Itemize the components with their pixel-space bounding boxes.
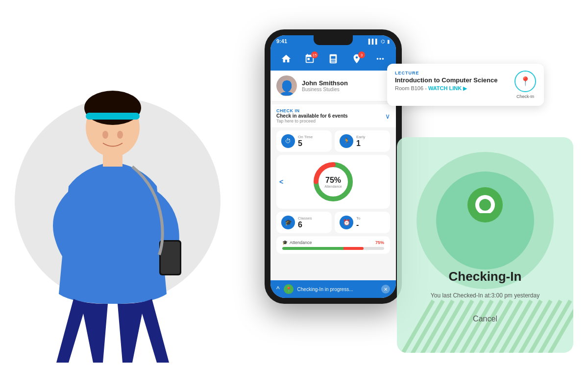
- watch-icon: ▶: [463, 85, 467, 91]
- checkin-pin-icon: 📍: [514, 71, 536, 92]
- nav-bar: 15 3: [270, 47, 396, 71]
- battery-icon: ▮: [387, 39, 390, 44]
- nav-calendar[interactable]: 15: [304, 53, 315, 64]
- checking-in-panel: Checking-In You last Checked-In at:3:00 …: [397, 137, 573, 353]
- to-label: To: [356, 216, 360, 220]
- phone-screen: 9:41 ▌▌▌ ⌬ ▮ 15: [270, 35, 396, 298]
- person-image: [0, 49, 270, 392]
- run-icon: 🏃: [340, 134, 353, 148]
- progress-percentage: 75%: [375, 240, 384, 245]
- phone-frame: 9:41 ▌▌▌ ⌬ ▮ 15: [265, 29, 402, 304]
- nav-home[interactable]: [281, 53, 292, 64]
- chart-prev-icon[interactable]: <: [279, 178, 283, 186]
- svg-rect-5: [161, 242, 180, 274]
- lecture-title: Introduction to Computer Science: [395, 76, 509, 84]
- donut-center: 75% Attendance: [324, 176, 342, 188]
- early-value: 1: [356, 139, 365, 148]
- nav-book[interactable]: [328, 53, 339, 64]
- checkin-label: CHECK IN: [276, 108, 348, 113]
- ontime-label: On Time: [298, 135, 313, 139]
- bottom-bar-pin-icon: 📍: [284, 284, 294, 294]
- progress-bar: [282, 247, 384, 250]
- avatar: [276, 75, 297, 96]
- clock-icon: ⏱: [281, 134, 295, 148]
- checking-in-subtitle: You last Checked-In at:3:00 pm yesterday: [431, 292, 539, 299]
- to-stat: ⏰ To -: [335, 212, 390, 233]
- classes-value: 6: [298, 220, 312, 229]
- donut-chart: 75% Attendance: [311, 160, 355, 204]
- screen-content: John Smithson Business Studies CHECK IN …: [270, 71, 396, 280]
- classes-stat: 🎓 Classes 6: [276, 212, 332, 233]
- nav-more[interactable]: [375, 53, 386, 64]
- classes-label: Classes: [298, 216, 312, 220]
- bottom-stats: 🎓 Classes 6 ⏰ To -: [270, 209, 396, 236]
- early-label: Early: [356, 135, 365, 139]
- bottom-bar-close-icon[interactable]: ✕: [381, 285, 390, 294]
- watch-link[interactable]: WATCH LINK: [428, 85, 462, 91]
- early-stat: 🏃 Early 1: [335, 130, 390, 152]
- classes-icon: 🎓: [281, 216, 295, 229]
- progress-icon: 🎓: [282, 240, 288, 245]
- checking-in-title: Checking-In: [449, 269, 522, 284]
- profile-name: John Smithson: [302, 79, 348, 87]
- stripe-pattern: [397, 294, 573, 353]
- svg-rect-3: [103, 152, 122, 167]
- cancel-button[interactable]: Cancel: [473, 315, 497, 323]
- ontime-value: 5: [298, 139, 313, 148]
- profile-section: John Smithson Business Studies: [270, 71, 396, 101]
- progress-section: 🎓 Attendance 75%: [276, 236, 390, 254]
- timer-icon: ⏰: [340, 216, 353, 229]
- to-value: -: [356, 220, 360, 229]
- avatar-image: [276, 75, 297, 96]
- checkin-description: Check in available for 6 events: [276, 113, 348, 119]
- svg-point-13: [479, 199, 491, 211]
- progress-title: 🎓 Attendance: [282, 240, 312, 245]
- svg-point-1: [84, 91, 141, 125]
- attendance-percent: 75%: [324, 176, 342, 185]
- bottom-bar-text: Checking-In in progress...: [297, 287, 377, 292]
- status-icons: ▌▌▌ ⌬ ▮: [368, 39, 390, 44]
- chevron-down-icon: ∨: [385, 112, 390, 120]
- lecture-card: LECTURE Introduction to Computer Science…: [387, 64, 544, 106]
- svg-point-7: [117, 131, 123, 139]
- profile-subtitle: Business Studies: [302, 87, 348, 92]
- svg-point-6: [102, 131, 108, 139]
- stats-row: ⏱ On Time 5 🏃 Early 1: [270, 127, 396, 155]
- bottom-bar[interactable]: ^ 📍 Checking-In in progress... ✕: [270, 280, 396, 298]
- phone-device: 9:41 ▌▌▌ ⌬ ▮ 15: [265, 29, 402, 304]
- ontime-info: On Time 5: [298, 135, 313, 148]
- checkin-button-label: Check-In: [516, 94, 534, 99]
- checkin-info: CHECK IN Check in available for 6 events…: [276, 108, 348, 123]
- attendance-chart: < 75% Attendance: [276, 155, 390, 209]
- calendar-badge: 15: [311, 51, 318, 58]
- ontime-stat: ⏱ On Time 5: [276, 130, 332, 152]
- progress-fill: [282, 247, 364, 250]
- lecture-info: LECTURE Introduction to Computer Science…: [395, 71, 509, 92]
- to-info: To -: [356, 216, 360, 229]
- early-info: Early 1: [356, 135, 365, 148]
- lecture-type: LECTURE: [395, 71, 509, 75]
- svg-rect-2: [86, 113, 140, 120]
- checkin-tap-text: Tap here to proceed: [276, 119, 348, 123]
- status-time: 9:41: [276, 38, 287, 44]
- lecture-checkin-button[interactable]: 📍 Check-In: [514, 71, 536, 99]
- wifi-icon: ⌬: [381, 39, 385, 44]
- location-pin-icon: [466, 186, 505, 233]
- lecture-room: Room B106 - WATCH LINK ▶: [395, 85, 509, 92]
- location-badge: 3: [358, 51, 365, 58]
- progress-info: 🎓 Attendance 75%: [282, 240, 384, 245]
- checkin-section[interactable]: CHECK IN Check in available for 6 events…: [270, 104, 396, 127]
- phone-notch: [314, 35, 353, 45]
- classes-info: Classes 6: [298, 216, 312, 229]
- profile-info: John Smithson Business Studies: [302, 79, 348, 92]
- attendance-label: Attendance: [324, 185, 342, 188]
- nav-location[interactable]: 3: [351, 53, 362, 64]
- signal-icon: ▌▌▌: [368, 39, 379, 44]
- bottom-bar-chevron-icon: ^: [276, 285, 280, 293]
